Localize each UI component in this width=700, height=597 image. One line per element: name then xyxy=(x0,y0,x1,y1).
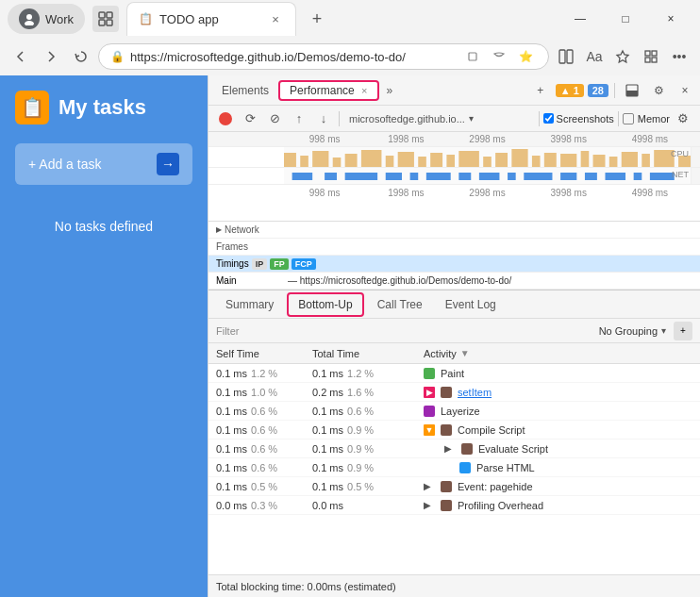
profile-button[interactable]: Work xyxy=(8,4,85,34)
svg-rect-23 xyxy=(398,152,414,167)
total-time-cell: 0.1 ms 0.5 % xyxy=(312,481,416,492)
memory-checkbox-box[interactable] xyxy=(623,113,634,124)
performance-tab-close[interactable]: × xyxy=(361,85,367,96)
settings-gear-icon[interactable]: ⚙ xyxy=(672,108,694,130)
activity-cell: ▶ Evaluate Script xyxy=(416,443,700,455)
total-pct xyxy=(347,500,374,511)
activity-name: Parse HTML xyxy=(476,462,535,473)
col-total-header[interactable]: Total Time xyxy=(312,348,416,359)
svg-rect-41 xyxy=(292,173,313,180)
self-ms: 0.1 ms xyxy=(216,368,247,379)
tab-bottom-up[interactable]: Bottom-Up xyxy=(287,292,363,317)
timeline-scrollbar[interactable] xyxy=(691,147,700,167)
network-track-label[interactable]: ▶ Network xyxy=(208,224,284,235)
status-bar: Total blocking time: 0.00ms (estimated) xyxy=(208,574,700,597)
self-pct: 0.6 % xyxy=(251,443,277,455)
svg-rect-11 xyxy=(652,51,657,56)
tab-event-log[interactable]: Event Log xyxy=(436,294,506,315)
ruler-marks: 998 ms 1998 ms 2998 ms 3998 ms 4998 ms xyxy=(284,134,691,144)
sort-icon: ▼ xyxy=(460,348,470,358)
total-time-cell: 0.1 ms 0.9 % xyxy=(312,424,416,436)
translate-icon[interactable]: Aa xyxy=(581,43,608,70)
download-button[interactable]: ↓ xyxy=(312,108,335,130)
network-track-content xyxy=(284,222,691,238)
frames-track-row: Frames xyxy=(208,239,700,256)
error-badge: 28 xyxy=(588,84,608,97)
more-tabs-button[interactable]: » xyxy=(379,80,401,101)
net-bars xyxy=(284,168,691,184)
expand-down-button[interactable]: ▼ xyxy=(424,424,435,436)
memory-checkbox[interactable]: Memor xyxy=(623,113,670,124)
col-activity-header[interactable]: Activity ▼ xyxy=(416,348,700,359)
maximize-button[interactable]: □ xyxy=(604,4,647,34)
activity-color xyxy=(424,368,435,379)
svg-rect-18 xyxy=(312,151,328,167)
inspect-icon[interactable]: + xyxy=(529,79,552,102)
add-task-button[interactable]: + Add a task → xyxy=(15,143,192,185)
app-title: My tasks xyxy=(58,95,146,120)
more-actions-icon[interactable]: ••• xyxy=(666,43,692,70)
activity-cell: Paint xyxy=(416,368,700,379)
activity-name[interactable]: setItem xyxy=(458,387,492,398)
minimize-button[interactable]: — xyxy=(558,4,602,34)
table-row: 0.1 ms 1.2 % 0.1 ms 1.2 % Paint xyxy=(208,364,700,383)
split-view-icon[interactable] xyxy=(553,43,579,70)
no-tasks-message: No tasks defined xyxy=(15,219,192,234)
browser-tab[interactable]: 📋 TODO app × xyxy=(126,2,296,36)
total-ms: 0.1 ms xyxy=(312,406,343,417)
tab-group-icon[interactable] xyxy=(92,6,119,32)
grouping-select[interactable]: No Grouping ▾ xyxy=(599,325,666,337)
grouping-add-button[interactable]: + xyxy=(674,322,692,340)
network-expand-icon: ▶ xyxy=(216,225,222,234)
total-time-cell: 0.1 ms 0.9 % xyxy=(312,462,416,473)
tab-call-tree[interactable]: Call Tree xyxy=(368,294,432,315)
svg-rect-29 xyxy=(495,153,508,167)
copy-icon[interactable] xyxy=(461,45,484,68)
svg-rect-31 xyxy=(532,156,541,167)
favorites-icon[interactable] xyxy=(609,43,636,70)
toolbar-separator3 xyxy=(618,111,619,126)
total-pct: 0.9 % xyxy=(347,443,374,455)
settings-icon[interactable]: ⚙ xyxy=(647,79,670,102)
self-ms: 0.1 ms xyxy=(216,424,247,436)
tab-summary[interactable]: Summary xyxy=(216,294,283,315)
reload-record-button[interactable]: ⟳ xyxy=(239,108,261,130)
svg-rect-53 xyxy=(605,173,625,180)
col-self-header[interactable]: Self Time xyxy=(208,348,312,359)
total-pct: 1.2 % xyxy=(347,368,374,379)
svg-rect-15 xyxy=(626,91,638,96)
address-input[interactable]: 🔒 https://microsoftedge.github.io/Demos/… xyxy=(98,43,549,70)
table-row: 0.1 ms 0.5 % 0.1 ms 0.5 % ▶ Event: pageh… xyxy=(208,477,700,496)
back-button[interactable] xyxy=(8,43,34,70)
refresh-button[interactable] xyxy=(68,43,94,70)
clear-button[interactable]: ⊘ xyxy=(263,108,286,130)
new-tab-button[interactable]: + xyxy=(304,6,330,32)
collections-icon[interactable] xyxy=(638,43,664,70)
tab-elements[interactable]: Elements xyxy=(212,80,278,101)
net-scrollbar[interactable] xyxy=(691,168,700,184)
activity-name: Layerize xyxy=(441,406,480,417)
close-devtools-icon[interactable]: × xyxy=(674,79,696,102)
timing-fcp-badge: FCP xyxy=(292,258,316,270)
activity-name: Compile Script xyxy=(458,424,525,436)
tab-performance[interactable]: Performance × xyxy=(278,80,378,101)
forward-button[interactable] xyxy=(38,43,64,70)
svg-point-0 xyxy=(26,14,32,20)
close-button[interactable]: × xyxy=(649,4,692,34)
self-ms: 0.1 ms xyxy=(216,462,247,473)
network-track-row: ▶ Network xyxy=(208,222,700,239)
tab-title: TODO app xyxy=(159,12,261,26)
upload-button[interactable]: ↑ xyxy=(288,108,310,130)
star-icon[interactable]: ⭐ xyxy=(514,45,537,68)
window-controls: — □ × xyxy=(558,4,692,34)
performance-table: Self Time Total Time Activity ▼ 0.1 ms 1… xyxy=(208,343,700,574)
tab-close-button[interactable]: × xyxy=(267,11,284,28)
activity-color xyxy=(441,424,452,436)
screenshots-checkbox[interactable]: Screenshots xyxy=(543,113,614,124)
svg-rect-12 xyxy=(645,58,650,62)
dock-icon[interactable] xyxy=(621,79,643,102)
app-sidebar: 📋 My tasks + Add a task → No tasks defin… xyxy=(0,75,208,597)
record-button[interactable] xyxy=(214,108,237,130)
expand-button[interactable]: ▶ xyxy=(424,387,435,398)
read-mode-icon[interactable] xyxy=(488,45,510,68)
